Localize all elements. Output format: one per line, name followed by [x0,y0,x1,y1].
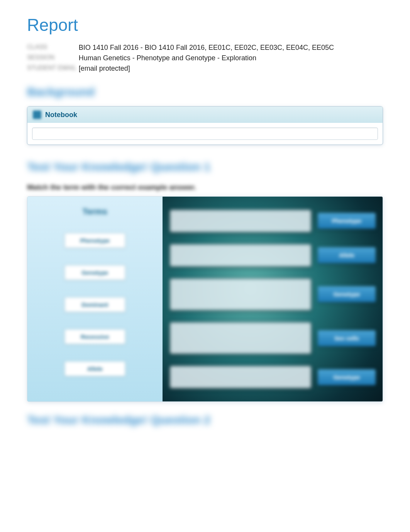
matching-terms-column: Terms Phenotype Genotype Dominant Recess… [27,197,163,401]
notebook-header: Notebook [27,107,383,123]
term-pill[interactable]: Genotype [64,265,125,280]
match-row: Genotype [169,365,376,389]
table-row: SESSION Human Genetics - Phenotype and G… [27,53,336,63]
notebook-icon [33,110,41,119]
match-row: Phenotype [169,209,376,233]
answer-pill[interactable]: Genotype [318,369,376,385]
term-pill[interactable]: Recessive [64,329,125,344]
matching-panel: Terms Phenotype Genotype Dominant Recess… [27,196,383,402]
meta-value-session: Human Genetics - Phenotype and Genotype … [79,53,336,63]
answer-pill[interactable]: Genotype [318,286,376,302]
question-1-instruction: Match the term with the correct example … [27,183,383,192]
meta-value-student: [email protected] [79,63,336,74]
terms-heading: Terms [83,207,107,217]
report-meta-table: CLASS BIO 1410 Fall 2016 - BIO 1410 Fall… [27,42,336,74]
match-row: Sex cells [169,322,376,354]
match-row: Allele [169,244,376,267]
match-row: Genotype [169,278,376,311]
table-row: STUDENT EMAIL [email protected] [27,63,336,74]
notebook-label: Notebook [45,111,77,119]
question-1-heading: Test Your Knowledge! Question 1 [27,160,383,173]
background-heading: Background [27,85,383,99]
definition-box [169,244,312,267]
question-2-heading: Test Your Knowledge! Question 2 [27,413,383,427]
answer-pill[interactable]: Allele [318,247,376,263]
table-row: CLASS BIO 1410 Fall 2016 - BIO 1410 Fall… [27,42,336,53]
term-pill[interactable]: Phenotype [64,233,125,248]
meta-value-class: BIO 1410 Fall 2016 - BIO 1410 Fall 2016,… [79,42,336,53]
matching-answers-column: Phenotype Allele Genotype Sex cells Geno… [163,197,383,401]
notebook-body [27,123,383,144]
answer-pill[interactable]: Sex cells [318,330,376,346]
notebook-input[interactable] [32,127,378,140]
definition-box [169,322,312,354]
notebook-card: Notebook [27,106,383,145]
meta-label-student: STUDENT EMAIL [27,63,79,74]
term-pill[interactable]: Dominant [64,297,125,312]
meta-label-session: SESSION [27,53,79,63]
page-title: Report [27,15,383,35]
definition-box [169,278,312,311]
definition-box [169,209,312,233]
meta-label-class: CLASS [27,42,79,53]
answer-pill[interactable]: Phenotype [318,213,376,229]
term-pill[interactable]: Allele [64,361,125,376]
definition-box [169,365,312,389]
